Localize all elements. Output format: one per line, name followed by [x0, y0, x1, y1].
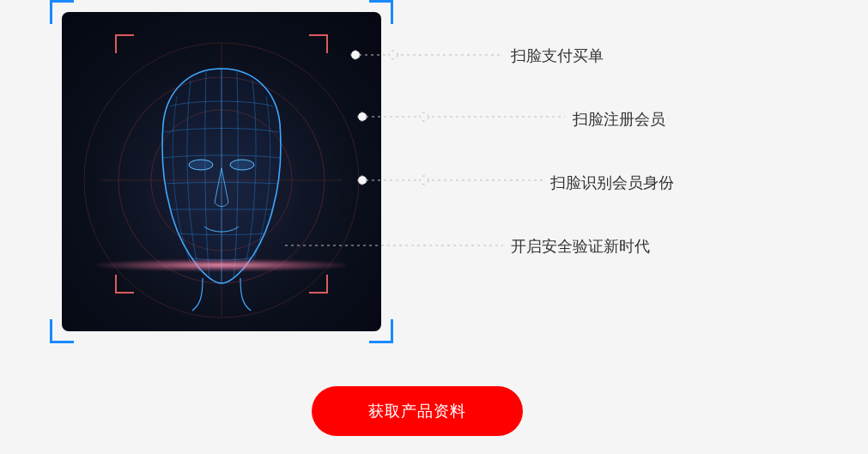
feature-list: 扫脸支付买单 扫脸注册会员 扫脸识别会员身份 开启安全验证新时代 [511, 48, 674, 254]
feature-item: 扫脸支付买单 [511, 48, 674, 64]
scan-corner-icon [309, 34, 328, 53]
face-wireframe-icon [62, 12, 381, 331]
feature-item: 扫脸识别会员身份 [550, 175, 674, 191]
scan-line-icon [96, 259, 347, 271]
svg-point-5 [189, 160, 213, 170]
svg-point-12 [420, 176, 428, 185]
svg-point-6 [230, 160, 254, 170]
scan-corner-icon [309, 275, 328, 294]
face-scan-panel [62, 12, 381, 331]
face-scan-frame [50, 0, 393, 343]
feature-item: 开启安全验证新时代 [511, 239, 674, 254]
scan-corner-icon [115, 275, 134, 294]
svg-point-10 [420, 112, 428, 121]
get-materials-button[interactable]: 获取产品资料 [312, 386, 523, 436]
scan-corner-icon [115, 34, 134, 53]
feature-item: 扫脸注册会员 [573, 112, 674, 127]
